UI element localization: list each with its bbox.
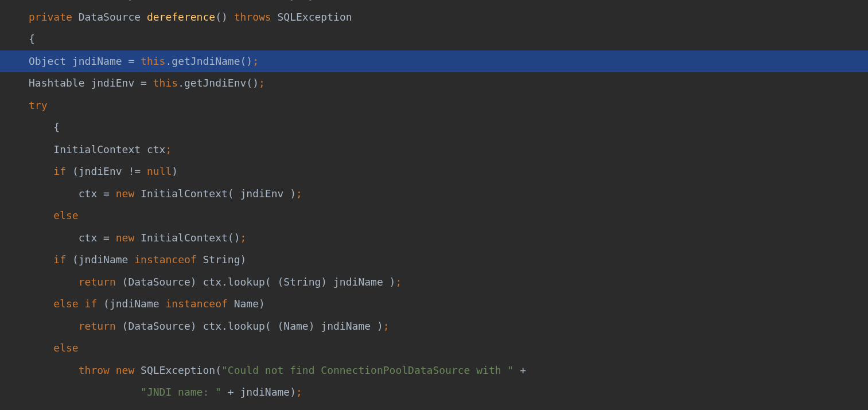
open-paren: ( [66,161,79,183]
code-editor[interactable]: //MT: called only from inner(), effectiv… [0,0,868,394]
type-name: DataSource [72,6,147,29]
cast: (DataSource) [116,315,203,338]
open-paren: ( [66,249,79,271]
keyword-new: new [116,360,135,382]
code-line[interactable]: { [0,28,868,50]
semicolon: ; [165,139,172,161]
space [110,360,116,382]
type-name: InitialContext [53,139,147,161]
code-line[interactable]: else [0,337,868,360]
code-line[interactable]: private DataSource dereference () throws… [0,6,868,29]
equals: = [103,227,116,249]
keyword-this: this [153,72,178,95]
indent [29,271,79,294]
equals: = [103,183,116,205]
type-name: InitialContext() [134,227,240,249]
keyword-private: private [29,6,72,29]
method-call: ctx.lookup( (String) jndiName ) [203,271,395,294]
method-name: dereference [147,6,215,29]
keyword-new: new [116,183,135,205]
keyword-try: try [29,95,48,117]
keyword-new: new [116,227,135,249]
semicolon: ; [383,315,390,338]
method-call: .getJndiName() [165,50,252,73]
keyword-else: else [53,337,78,360]
code-line[interactable]: if ( jndiName instanceof String ) [0,249,868,271]
method-call: ctx.lookup( (Name) jndiName ) [203,315,383,338]
open-brace: { [53,116,60,139]
comment-text: //MT: called only from inner(), effectiv… [29,0,377,6]
code-line[interactable]: throw new SQLException( "Could not find … [0,360,868,382]
type-name: InitialContext( [134,183,240,205]
keyword-if: if [53,161,66,183]
argument: jndiEnv [240,183,290,205]
close-paren: ) [240,249,247,271]
indent [29,293,53,315]
keyword-instanceof: instanceof [134,249,196,271]
close-paren: ) [290,381,296,404]
semicolon: ; [395,271,402,294]
code-line[interactable]: //MT: called only from inner(), effectiv… [0,0,868,6]
semicolon: ; [252,50,259,73]
variable: jndiName [79,249,135,271]
open-paren: ( [97,293,110,315]
code-line[interactable]: return (DataSource) ctx.lookup( (String)… [0,271,868,294]
keyword-else: else [53,205,78,227]
code-line[interactable]: else [0,205,868,227]
variable: jndiEnv [79,161,129,183]
type-name: Hashtable [29,72,91,95]
variable: jndiEnv [91,72,141,95]
semicolon: ; [240,227,247,249]
keyword-return: return [79,271,116,294]
indent [29,249,53,271]
code-line[interactable]: else if ( jndiName instanceof Name ) [0,293,868,315]
type-name: String [197,249,240,271]
indent [29,161,53,183]
keyword-else: else [53,293,78,315]
code-line[interactable]: return (DataSource) ctx.lookup( (Name) j… [0,315,868,338]
indent [29,139,53,161]
close-paren: ) [259,293,265,315]
code-line[interactable]: try [0,95,868,117]
plus-operator: + [513,360,526,382]
code-line[interactable]: "JNDI name: " + jndiName ) ; [0,381,868,404]
indent [29,205,53,227]
type-name: SQLException( [134,360,221,382]
indent [29,227,79,249]
code-line[interactable]: ctx = new InitialContext() ; [0,227,868,249]
keyword-return: return [79,315,116,338]
indent [29,315,79,338]
type-name: Object [29,50,72,73]
string-literal: "Could not find ConnectionPoolDataSource… [221,360,513,382]
code-line[interactable]: InitialContext ctx ; [0,139,868,161]
variable: jndiName [240,381,290,404]
cast: (DataSource) [116,271,203,294]
keyword-throws: throws [234,6,271,29]
string-literal: "JNDI name: " [141,381,221,404]
keyword-throw: throw [79,360,110,382]
close-paren: ) [290,183,296,205]
indent [29,116,53,139]
indent [29,381,141,404]
operator: != [128,161,147,183]
code-line[interactable]: { [0,116,868,139]
equals: = [128,50,141,73]
plus-operator: + [221,381,240,404]
code-line[interactable]: if ( jndiEnv != null ) [0,161,868,183]
method-call: .getJndiEnv() [178,72,259,95]
exception-type: SQLException [271,6,352,29]
open-brace: { [29,28,35,50]
type-name: Name [228,293,259,315]
space [79,293,85,315]
indent [29,337,53,360]
variable: ctx [79,227,103,249]
code-line[interactable]: ctx = new InitialContext( jndiEnv ) ; [0,183,868,205]
parens: () [215,6,234,29]
keyword-instanceof: instanceof [165,293,227,315]
equals: = [141,72,153,95]
variable: jndiName [72,50,129,73]
variable: ctx [147,139,166,161]
keyword-null: null [147,161,172,183]
code-line-selected[interactable]: Object jndiName = this .getJndiName() ; [0,50,868,73]
code-line[interactable]: Hashtable jndiEnv = this .getJndiEnv() ; [0,72,868,95]
